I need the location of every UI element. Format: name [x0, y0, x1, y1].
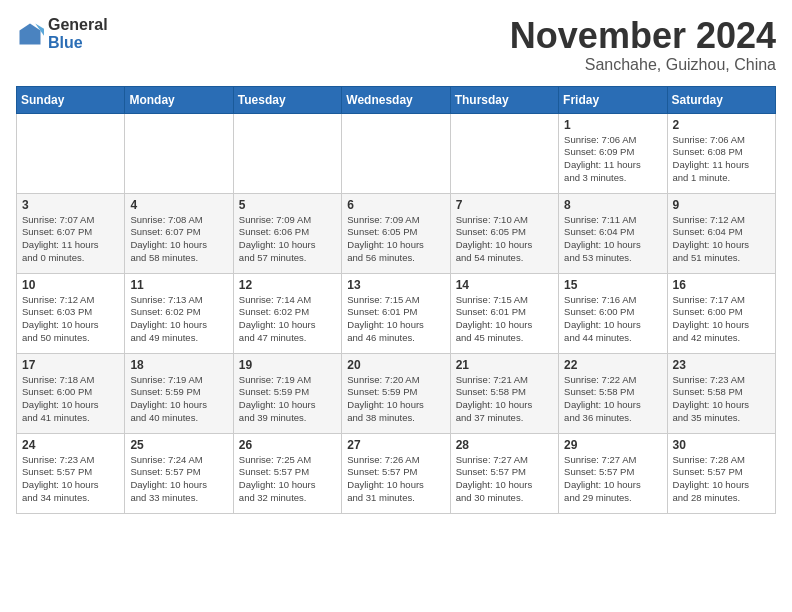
- weekday-header-sunday: Sunday: [17, 86, 125, 113]
- day-number: 2: [673, 118, 770, 132]
- day-info: Sunrise: 7:18 AM Sunset: 6:00 PM Dayligh…: [22, 374, 119, 425]
- calendar-cell: 8Sunrise: 7:11 AM Sunset: 6:04 PM Daylig…: [559, 193, 667, 273]
- day-info: Sunrise: 7:09 AM Sunset: 6:05 PM Dayligh…: [347, 214, 444, 265]
- day-info: Sunrise: 7:25 AM Sunset: 5:57 PM Dayligh…: [239, 454, 336, 505]
- weekday-header-wednesday: Wednesday: [342, 86, 450, 113]
- calendar-week-row: 17Sunrise: 7:18 AM Sunset: 6:00 PM Dayli…: [17, 353, 776, 433]
- day-number: 28: [456, 438, 553, 452]
- calendar-cell: 9Sunrise: 7:12 AM Sunset: 6:04 PM Daylig…: [667, 193, 775, 273]
- logo-text: General Blue: [48, 16, 108, 51]
- title-section: November 2024 Sanchahe, Guizhou, China: [510, 16, 776, 74]
- day-number: 29: [564, 438, 661, 452]
- day-info: Sunrise: 7:19 AM Sunset: 5:59 PM Dayligh…: [130, 374, 227, 425]
- day-number: 23: [673, 358, 770, 372]
- day-number: 15: [564, 278, 661, 292]
- calendar-cell: [233, 113, 341, 193]
- calendar-cell: [342, 113, 450, 193]
- day-number: 6: [347, 198, 444, 212]
- day-info: Sunrise: 7:06 AM Sunset: 6:09 PM Dayligh…: [564, 134, 661, 185]
- calendar-cell: [17, 113, 125, 193]
- calendar-cell: 28Sunrise: 7:27 AM Sunset: 5:57 PM Dayli…: [450, 433, 558, 513]
- day-number: 7: [456, 198, 553, 212]
- calendar-cell: 29Sunrise: 7:27 AM Sunset: 5:57 PM Dayli…: [559, 433, 667, 513]
- calendar-cell: 2Sunrise: 7:06 AM Sunset: 6:08 PM Daylig…: [667, 113, 775, 193]
- calendar-cell: 13Sunrise: 7:15 AM Sunset: 6:01 PM Dayli…: [342, 273, 450, 353]
- day-info: Sunrise: 7:15 AM Sunset: 6:01 PM Dayligh…: [347, 294, 444, 345]
- day-number: 4: [130, 198, 227, 212]
- day-info: Sunrise: 7:21 AM Sunset: 5:58 PM Dayligh…: [456, 374, 553, 425]
- day-number: 17: [22, 358, 119, 372]
- calendar-cell: 1Sunrise: 7:06 AM Sunset: 6:09 PM Daylig…: [559, 113, 667, 193]
- day-info: Sunrise: 7:28 AM Sunset: 5:57 PM Dayligh…: [673, 454, 770, 505]
- day-number: 8: [564, 198, 661, 212]
- calendar-cell: 6Sunrise: 7:09 AM Sunset: 6:05 PM Daylig…: [342, 193, 450, 273]
- calendar-cell: 16Sunrise: 7:17 AM Sunset: 6:00 PM Dayli…: [667, 273, 775, 353]
- day-number: 14: [456, 278, 553, 292]
- calendar-cell: 11Sunrise: 7:13 AM Sunset: 6:02 PM Dayli…: [125, 273, 233, 353]
- day-info: Sunrise: 7:13 AM Sunset: 6:02 PM Dayligh…: [130, 294, 227, 345]
- calendar-cell: 22Sunrise: 7:22 AM Sunset: 5:58 PM Dayli…: [559, 353, 667, 433]
- weekday-header-row: SundayMondayTuesdayWednesdayThursdayFrid…: [17, 86, 776, 113]
- day-number: 24: [22, 438, 119, 452]
- logo-icon: [16, 20, 44, 48]
- day-number: 19: [239, 358, 336, 372]
- day-info: Sunrise: 7:15 AM Sunset: 6:01 PM Dayligh…: [456, 294, 553, 345]
- day-number: 10: [22, 278, 119, 292]
- calendar-cell: 18Sunrise: 7:19 AM Sunset: 5:59 PM Dayli…: [125, 353, 233, 433]
- page-header: General Blue November 2024 Sanchahe, Gui…: [16, 16, 776, 74]
- calendar-cell: 27Sunrise: 7:26 AM Sunset: 5:57 PM Dayli…: [342, 433, 450, 513]
- day-info: Sunrise: 7:23 AM Sunset: 5:58 PM Dayligh…: [673, 374, 770, 425]
- calendar-cell: 19Sunrise: 7:19 AM Sunset: 5:59 PM Dayli…: [233, 353, 341, 433]
- day-info: Sunrise: 7:14 AM Sunset: 6:02 PM Dayligh…: [239, 294, 336, 345]
- weekday-header-monday: Monday: [125, 86, 233, 113]
- calendar-cell: [450, 113, 558, 193]
- calendar-week-row: 24Sunrise: 7:23 AM Sunset: 5:57 PM Dayli…: [17, 433, 776, 513]
- day-number: 30: [673, 438, 770, 452]
- day-info: Sunrise: 7:11 AM Sunset: 6:04 PM Dayligh…: [564, 214, 661, 265]
- calendar-cell: 15Sunrise: 7:16 AM Sunset: 6:00 PM Dayli…: [559, 273, 667, 353]
- calendar-body: 1Sunrise: 7:06 AM Sunset: 6:09 PM Daylig…: [17, 113, 776, 513]
- weekday-header-friday: Friday: [559, 86, 667, 113]
- day-number: 3: [22, 198, 119, 212]
- weekday-header-saturday: Saturday: [667, 86, 775, 113]
- weekday-header-thursday: Thursday: [450, 86, 558, 113]
- calendar-cell: 30Sunrise: 7:28 AM Sunset: 5:57 PM Dayli…: [667, 433, 775, 513]
- calendar-cell: 4Sunrise: 7:08 AM Sunset: 6:07 PM Daylig…: [125, 193, 233, 273]
- day-info: Sunrise: 7:08 AM Sunset: 6:07 PM Dayligh…: [130, 214, 227, 265]
- calendar-cell: 26Sunrise: 7:25 AM Sunset: 5:57 PM Dayli…: [233, 433, 341, 513]
- day-info: Sunrise: 7:20 AM Sunset: 5:59 PM Dayligh…: [347, 374, 444, 425]
- calendar-week-row: 3Sunrise: 7:07 AM Sunset: 6:07 PM Daylig…: [17, 193, 776, 273]
- day-info: Sunrise: 7:24 AM Sunset: 5:57 PM Dayligh…: [130, 454, 227, 505]
- day-info: Sunrise: 7:16 AM Sunset: 6:00 PM Dayligh…: [564, 294, 661, 345]
- day-info: Sunrise: 7:22 AM Sunset: 5:58 PM Dayligh…: [564, 374, 661, 425]
- day-number: 12: [239, 278, 336, 292]
- calendar-cell: 21Sunrise: 7:21 AM Sunset: 5:58 PM Dayli…: [450, 353, 558, 433]
- calendar-cell: 23Sunrise: 7:23 AM Sunset: 5:58 PM Dayli…: [667, 353, 775, 433]
- month-title: November 2024: [510, 16, 776, 56]
- day-number: 27: [347, 438, 444, 452]
- calendar-cell: 7Sunrise: 7:10 AM Sunset: 6:05 PM Daylig…: [450, 193, 558, 273]
- calendar-cell: 5Sunrise: 7:09 AM Sunset: 6:06 PM Daylig…: [233, 193, 341, 273]
- calendar-cell: [125, 113, 233, 193]
- day-info: Sunrise: 7:12 AM Sunset: 6:04 PM Dayligh…: [673, 214, 770, 265]
- day-number: 9: [673, 198, 770, 212]
- calendar-table: SundayMondayTuesdayWednesdayThursdayFrid…: [16, 86, 776, 514]
- day-number: 11: [130, 278, 227, 292]
- day-number: 20: [347, 358, 444, 372]
- calendar-cell: 24Sunrise: 7:23 AM Sunset: 5:57 PM Dayli…: [17, 433, 125, 513]
- day-number: 25: [130, 438, 227, 452]
- calendar-cell: 12Sunrise: 7:14 AM Sunset: 6:02 PM Dayli…: [233, 273, 341, 353]
- svg-marker-0: [20, 23, 41, 44]
- day-number: 5: [239, 198, 336, 212]
- day-number: 16: [673, 278, 770, 292]
- calendar-cell: 14Sunrise: 7:15 AM Sunset: 6:01 PM Dayli…: [450, 273, 558, 353]
- calendar-week-row: 10Sunrise: 7:12 AM Sunset: 6:03 PM Dayli…: [17, 273, 776, 353]
- day-info: Sunrise: 7:12 AM Sunset: 6:03 PM Dayligh…: [22, 294, 119, 345]
- day-number: 18: [130, 358, 227, 372]
- calendar-cell: 25Sunrise: 7:24 AM Sunset: 5:57 PM Dayli…: [125, 433, 233, 513]
- logo-blue-label: Blue: [48, 34, 108, 52]
- day-info: Sunrise: 7:17 AM Sunset: 6:00 PM Dayligh…: [673, 294, 770, 345]
- day-info: Sunrise: 7:07 AM Sunset: 6:07 PM Dayligh…: [22, 214, 119, 265]
- day-info: Sunrise: 7:23 AM Sunset: 5:57 PM Dayligh…: [22, 454, 119, 505]
- calendar-cell: 20Sunrise: 7:20 AM Sunset: 5:59 PM Dayli…: [342, 353, 450, 433]
